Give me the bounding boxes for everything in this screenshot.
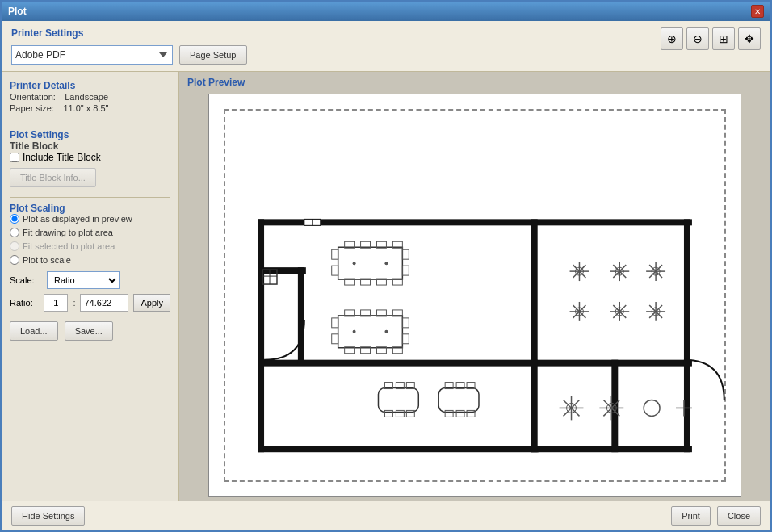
close-button[interactable]: Close [717, 506, 761, 526]
include-title-block-label: Include Title Block [23, 152, 101, 163]
svg-rect-27 [332, 266, 338, 275]
plot-scaling-section: Plot Scaling Plot as displayed in previe… [10, 203, 170, 312]
title-block-title: Title Block [10, 140, 58, 152]
load-save-buttons: Load... Save... [10, 321, 170, 341]
orientation-value: Landscape [65, 92, 108, 102]
plot-scaling-title: Plot Scaling [10, 203, 65, 214]
plot-settings-section: Plot Settings Title Block Include Title … [10, 129, 170, 341]
svg-point-101 [644, 400, 660, 416]
radio-scale[interactable] [10, 255, 19, 265]
floor-plan-svg [209, 94, 741, 496]
radio-preview-row: Plot as displayed in preview [10, 214, 170, 224]
divider-2 [10, 197, 170, 198]
svg-rect-0 [258, 219, 531, 225]
svg-point-46 [384, 329, 388, 333]
save-button[interactable]: Save... [65, 321, 113, 341]
pan-icon: ✥ [745, 32, 754, 45]
radio-preview[interactable] [10, 214, 19, 224]
printer-settings-title: Printer Settings [11, 27, 247, 39]
title-block-section: Title Block Include Title Block Title Bl… [10, 140, 170, 187]
svg-rect-42 [332, 333, 338, 343]
svg-rect-26 [332, 249, 338, 259]
svg-rect-28 [402, 249, 409, 259]
ratio-label: Ratio: [10, 298, 39, 308]
include-title-block-checkbox[interactable] [10, 153, 19, 162]
include-title-block-row: Include Title Block [10, 152, 170, 163]
svg-rect-1 [531, 219, 692, 225]
svg-point-31 [384, 262, 388, 265]
radio-selected-label: Fit selected to plot area [23, 241, 115, 251]
ratio-input-2[interactable] [80, 294, 128, 312]
title-bar: Plot ✕ [2, 2, 770, 21]
ratio-input-1[interactable] [44, 294, 68, 312]
svg-rect-77 [378, 387, 418, 412]
svg-rect-10 [611, 359, 618, 452]
right-panel: Plot Preview [179, 72, 770, 501]
radio-scale-row: Plot to scale [10, 255, 170, 265]
preview-area [179, 90, 770, 501]
printer-details-title: Printer Details [10, 80, 75, 91]
svg-rect-5 [531, 219, 538, 363]
title-block-info-button: Title Block Info... [10, 168, 96, 187]
preview-paper [208, 94, 741, 497]
load-button[interactable]: Load... [10, 321, 58, 341]
window-title: Plot [8, 6, 27, 17]
toolbar-icons: ⊕ ⊖ ⊞ ✥ [661, 27, 761, 50]
radio-scale-label: Plot to scale [23, 255, 71, 265]
radio-fit[interactable] [10, 228, 19, 237]
svg-rect-29 [402, 266, 409, 275]
zoom-out-icon: ⊖ [693, 32, 703, 45]
svg-rect-14 [298, 267, 304, 364]
pan-button[interactable]: ✥ [738, 27, 761, 50]
printer-settings-group: Printer Settings Adobe PDF Page Setup [11, 27, 247, 65]
radio-fit-label: Fit drawing to plot area [23, 228, 113, 237]
plot-preview-label: Plot Preview [179, 72, 770, 90]
radio-fit-row: Fit drawing to plot area [10, 228, 170, 237]
zoom-in-button[interactable]: ⊕ [661, 27, 683, 50]
divider-1 [10, 124, 170, 124]
svg-rect-32 [338, 315, 403, 347]
orientation-row: Orientation: Landscape [10, 91, 170, 103]
svg-rect-89 [456, 410, 464, 417]
scale-label: Scale: [10, 275, 42, 285]
radio-selected-row: Fit selected to plot area [10, 241, 170, 251]
svg-rect-84 [438, 387, 479, 412]
bottom-bar: Hide Settings Print Close [2, 501, 770, 530]
orientation-label: Orientation: [10, 92, 56, 102]
paper-size-label: Paper size: [10, 103, 54, 113]
hide-settings-button[interactable]: Hide Settings [11, 506, 85, 526]
scaling-radio-group: Plot as displayed in preview Fit drawing… [10, 214, 170, 265]
svg-point-30 [353, 262, 356, 265]
left-panel: Printer Details Orientation: Landscape P… [2, 72, 179, 501]
plot-settings-title: Plot Settings [10, 129, 69, 140]
printer-details-section: Printer Details Orientation: Landscape P… [10, 80, 170, 114]
svg-point-45 [353, 329, 356, 333]
svg-rect-7 [531, 359, 692, 366]
close-window-button[interactable]: ✕ [751, 5, 764, 18]
svg-rect-43 [402, 317, 409, 327]
svg-rect-88 [445, 410, 453, 417]
svg-rect-12 [258, 267, 264, 364]
zoom-out-button[interactable]: ⊖ [686, 27, 709, 50]
svg-rect-8 [684, 359, 690, 452]
svg-rect-81 [384, 410, 392, 417]
page-setup-button[interactable]: Page Setup [179, 45, 247, 65]
svg-rect-82 [396, 410, 404, 417]
scale-select[interactable]: Ratio [47, 271, 120, 289]
apply-button[interactable]: Apply [133, 294, 170, 312]
svg-rect-44 [402, 333, 409, 343]
top-section: Printer Settings Adobe PDF Page Setup ⊕ … [2, 21, 770, 72]
print-button[interactable]: Print [671, 506, 711, 526]
printer-select[interactable]: Adobe PDF [11, 45, 173, 65]
ratio-separator: : [73, 298, 75, 308]
bottom-bar-right: Print Close [671, 506, 761, 526]
svg-rect-2 [684, 219, 690, 363]
main-content: Printer Details Orientation: Landscape P… [2, 72, 770, 501]
svg-rect-41 [332, 317, 338, 327]
svg-rect-17 [338, 247, 403, 279]
radio-preview-label: Plot as displayed in preview [23, 214, 132, 224]
scale-row: Scale: Ratio [10, 271, 170, 289]
svg-rect-11 [531, 359, 538, 452]
radio-selected [10, 241, 19, 251]
zoom-extent-button[interactable]: ⊞ [712, 27, 735, 50]
